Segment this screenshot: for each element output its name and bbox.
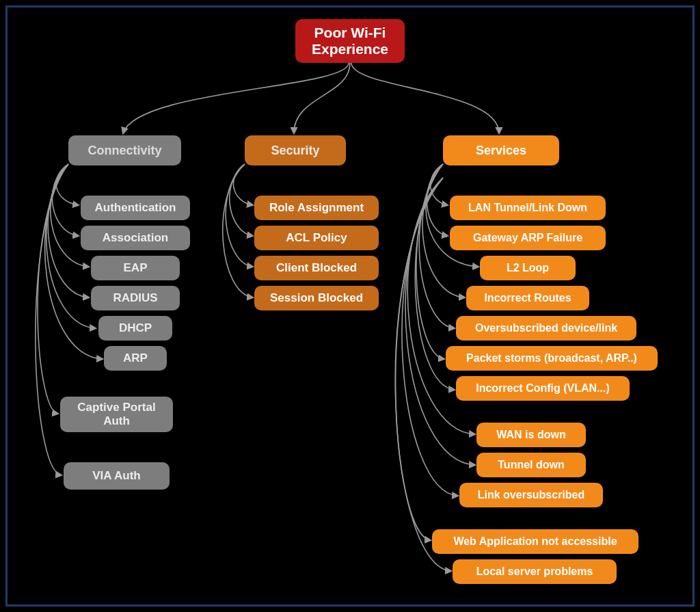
item-eap: EAP — [91, 256, 180, 280]
item-radius: RADIUS — [91, 286, 180, 310]
item-label: Incorrect Routes — [484, 292, 571, 304]
item-label: Session Blocked — [270, 291, 363, 305]
item-incorrect-routes: Incorrect Routes — [466, 286, 589, 310]
category-label: Security — [271, 144, 319, 158]
item-session-blocked: Session Blocked — [254, 286, 379, 310]
item-captive-portal: Captive Portal Auth — [60, 397, 173, 432]
item-label: Tunnel down — [498, 459, 564, 471]
item-gateway-arp: Gateway ARP Failure — [450, 226, 606, 250]
item-acl-policy: ACL Policy — [254, 226, 379, 250]
item-oversub-device: Oversubscribed device/link — [456, 316, 636, 341]
item-role-assignment: Role Assignment — [254, 196, 379, 220]
item-label: ARP — [123, 351, 148, 365]
item-label: LAN Tunnel/Link Down — [468, 202, 587, 214]
item-label: ACL Policy — [286, 231, 347, 245]
item-label: Packet storms (broadcast, ARP..) — [466, 352, 637, 364]
item-authentication: Authentication — [81, 196, 190, 220]
item-label: Local server problems — [476, 566, 593, 578]
item-arp: ARP — [104, 346, 167, 371]
item-label: Incorrect Config (VLAN...) — [476, 382, 610, 395]
item-label: VIA Auth — [92, 469, 141, 483]
category-label: Services — [476, 144, 526, 158]
item-label: Association — [103, 231, 168, 245]
item-via-auth: VIA Auth — [64, 462, 170, 490]
category-services: Services — [443, 135, 559, 165]
item-incorrect-config: Incorrect Config (VLAN...) — [456, 376, 630, 401]
item-label: L2 Loop — [507, 262, 549, 274]
category-connectivity: Connectivity — [68, 135, 181, 165]
category-label: Connectivity — [88, 144, 161, 158]
item-webapp: Web Application not accessible — [432, 529, 638, 554]
item-label: Captive Portal Auth — [67, 401, 166, 427]
item-label: EAP — [124, 261, 148, 275]
category-security: Security — [245, 135, 346, 165]
item-label: Authentication — [95, 201, 176, 215]
item-association: Association — [81, 226, 190, 250]
item-packet-storms: Packet storms (broadcast, ARP..) — [446, 346, 658, 371]
item-client-blocked: Client Blocked — [254, 256, 379, 280]
item-label: DHCP — [119, 321, 152, 335]
item-label: RADIUS — [113, 291, 157, 305]
item-label: Link oversubscribed — [478, 489, 585, 501]
item-label: Gateway ARP Failure — [473, 232, 582, 244]
item-local-server: Local server problems — [453, 559, 617, 584]
item-lan-tunnel: LAN Tunnel/Link Down — [450, 196, 606, 220]
root-label: Poor Wi-Fi Experience — [302, 25, 398, 57]
item-label: Oversubscribed device/link — [475, 322, 617, 334]
item-label: Web Application not accessible — [453, 535, 617, 548]
item-label: Client Blocked — [276, 261, 357, 275]
item-tunnel-down: Tunnel down — [476, 453, 586, 477]
item-dhcp: DHCP — [98, 316, 172, 341]
root-node: Poor Wi-Fi Experience — [295, 19, 405, 63]
item-link-oversub: Link oversubscribed — [459, 483, 603, 507]
item-label: WAN is down — [496, 429, 565, 441]
item-wan-down: WAN is down — [476, 423, 586, 447]
item-l2-loop: L2 Loop — [480, 256, 576, 280]
item-label: Role Assignment — [269, 201, 364, 215]
